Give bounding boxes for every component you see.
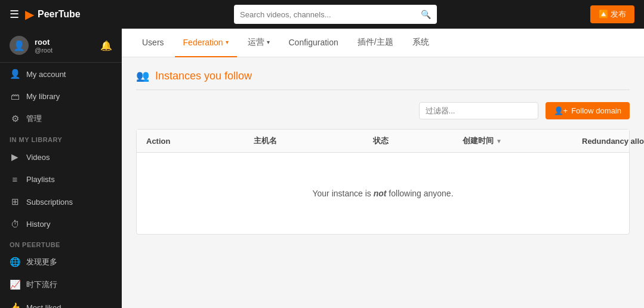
sidebar-item-my-account[interactable]: 👤 My account: [0, 63, 122, 85]
page-title: Instances you follow: [155, 70, 252, 82]
sort-icon: ▼: [496, 138, 502, 144]
empty-message-after: following anyone.: [386, 189, 453, 198]
tab-plugins-label: 插件/主题: [358, 37, 393, 48]
sidebar-item-my-account-label: My account: [26, 70, 66, 79]
sidebar-item-videos[interactable]: ▶ Videos: [0, 146, 122, 168]
tab-users[interactable]: Users: [134, 29, 172, 57]
sidebar-item-history-label: History: [26, 220, 50, 229]
navbar-right: 🔼 发布: [590, 5, 634, 23]
main-layout: 👤 root @root 🔔 👤 My account 🗃 My library…: [0, 29, 644, 308]
search-icon[interactable]: 🔍: [421, 10, 431, 19]
col-action: Action: [146, 135, 254, 146]
add-person-icon: 👤+: [554, 106, 568, 115]
trending-icon: 📈: [10, 279, 20, 290]
user-name: root: [35, 38, 53, 47]
empty-state: Your instance is not following anyone.: [137, 153, 629, 234]
sidebar-item-discover[interactable]: 🌐 发现更多: [0, 251, 122, 273]
table-header: Action 主机名 状态 创建时间 ▼ Redundancy allowed: [137, 130, 629, 153]
page-header: 👥 Instances you follow: [136, 69, 630, 90]
tab-users-label: Users: [142, 38, 164, 47]
playlist-icon: ≡: [10, 174, 20, 184]
col-hostname-label: 主机名: [254, 135, 277, 146]
tab-federation-label: Federation: [183, 38, 223, 47]
library-icon: 🗃: [10, 91, 20, 101]
section-on-peertube: ON PEERTUBE: [0, 235, 122, 251]
sidebar-item-trending-label: 时下流行: [26, 279, 57, 290]
logo-text: PeerTube: [38, 9, 81, 20]
avatar-icon: 👤: [13, 40, 25, 51]
avatar[interactable]: 👤: [10, 36, 29, 55]
tab-configuration[interactable]: Configuration: [281, 29, 347, 57]
chevron-down-icon-yunying: ▾: [267, 39, 270, 45]
sidebar-item-playlists-label: Playlists: [26, 175, 55, 184]
sidebar-item-manage-label: 管理: [26, 113, 42, 124]
col-redundancy: Redundancy allowed: [582, 135, 644, 146]
sidebar-item-manage[interactable]: ⚙ 管理: [0, 107, 122, 130]
user-handle: @root: [35, 47, 53, 54]
empty-message-em: not: [374, 189, 387, 198]
navbar-left: ☰ ▶ PeerTube: [10, 7, 81, 21]
col-created[interactable]: 创建时间 ▼: [463, 135, 582, 146]
sidebar-item-subscriptions-label: Subscriptions: [26, 198, 73, 207]
sidebar-user-left: 👤 root @root: [10, 36, 53, 55]
page-content: 👥 Instances you follow 👤+ Follow domain …: [122, 57, 644, 308]
sidebar-item-my-library-label: My library: [26, 92, 60, 101]
tab-system-label: 系统: [412, 37, 429, 48]
col-created-label: 创建时间: [463, 135, 494, 146]
gear-icon: ⚙: [10, 113, 20, 124]
sidebar-item-trending[interactable]: 📈 时下流行: [0, 273, 122, 296]
col-status: 状态: [373, 135, 463, 146]
globe-icon: 🌐: [10, 257, 20, 267]
sidebar-item-most-liked-label: Most liked: [26, 303, 61, 309]
sidebar: 👤 root @root 🔔 👤 My account 🗃 My library…: [0, 29, 122, 308]
tab-system[interactable]: 系统: [404, 29, 437, 57]
hamburger-icon[interactable]: ☰: [10, 8, 19, 21]
logo-area: ▶ PeerTube: [25, 7, 81, 21]
col-action-label: Action: [146, 137, 170, 146]
follow-domain-button[interactable]: 👤+ Follow domain: [546, 102, 630, 119]
content-area: Users Federation ▾ 运营 ▾ Configuration 插件…: [122, 29, 644, 308]
sidebar-item-playlists[interactable]: ≡ Playlists: [0, 168, 122, 190]
col-redundancy-label: Redundancy allowed: [582, 137, 644, 146]
search-bar: 🔍: [234, 5, 437, 24]
tab-yunying[interactable]: 运营 ▾: [239, 29, 278, 57]
section-in-my-library: IN MY LIBRARY: [0, 130, 122, 146]
history-icon: ⏱: [10, 219, 20, 229]
tab-federation[interactable]: Federation ▾: [175, 29, 237, 57]
sidebar-item-subscriptions[interactable]: ⊞ Subscriptions: [0, 190, 122, 213]
user-icon: 👤: [10, 69, 20, 79]
sidebar-user: 👤 root @root 🔔: [0, 29, 122, 63]
search-input[interactable]: [240, 10, 421, 19]
sub-navbar: Users Federation ▾ 运营 ▾ Configuration 插件…: [122, 29, 644, 57]
top-navbar: ☰ ▶ PeerTube 🔍 🔼 发布: [0, 0, 644, 29]
empty-message-before: Your instance is: [312, 189, 373, 198]
tab-configuration-label: Configuration: [289, 38, 338, 47]
bell-icon[interactable]: 🔔: [100, 40, 112, 51]
sidebar-item-my-library[interactable]: 🗃 My library: [0, 85, 122, 107]
toolbar: 👤+ Follow domain: [136, 102, 630, 119]
filter-input[interactable]: [419, 102, 538, 119]
publish-button[interactable]: 🔼 发布: [590, 5, 634, 23]
follow-domain-label: Follow domain: [571, 106, 621, 115]
col-hostname: 主机名: [254, 135, 373, 146]
tab-plugins[interactable]: 插件/主题: [349, 29, 402, 57]
video-icon: ▶: [10, 152, 20, 162]
sidebar-item-history[interactable]: ⏱ History: [0, 213, 122, 235]
user-info: root @root: [35, 38, 53, 54]
chevron-down-icon: ▾: [226, 39, 229, 45]
sidebar-item-videos-label: Videos: [26, 153, 50, 162]
thumbsup-icon: 👍: [10, 302, 20, 308]
sidebar-item-discover-label: 发现更多: [26, 257, 57, 267]
navbar-center: 🔍: [88, 5, 584, 24]
logo-icon: ▶: [25, 7, 34, 21]
subscriptions-icon: ⊞: [10, 196, 20, 207]
sidebar-item-most-liked[interactable]: 👍 Most liked: [0, 296, 122, 308]
instances-icon: 👥: [136, 69, 149, 82]
tab-yunying-label: 运营: [248, 37, 264, 48]
col-status-label: 状态: [373, 135, 389, 146]
instances-table: Action 主机名 状态 创建时间 ▼ Redundancy allowed: [136, 129, 630, 235]
